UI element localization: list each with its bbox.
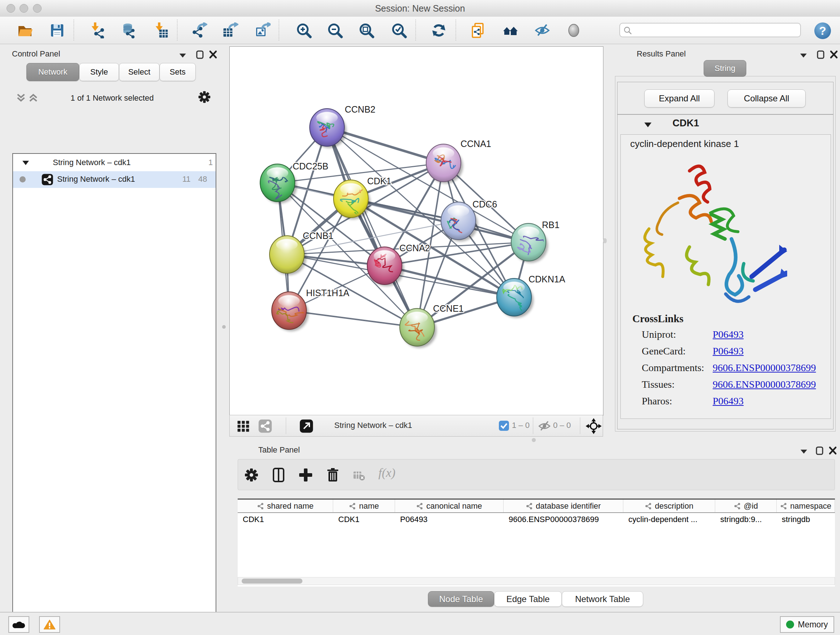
warnings-button[interactable]: [39, 616, 60, 633]
table-cell[interactable]: stringdb:9...: [715, 513, 777, 526]
first-neighbors-button[interactable]: [502, 22, 518, 38]
network-row-selected[interactable]: String Network – cdk1 11 48: [13, 171, 216, 188]
close-panel-icon[interactable]: [829, 50, 839, 59]
table-cell[interactable]: 9606.ENSP00000378699: [504, 513, 623, 526]
gene-collapse-icon[interactable]: [644, 121, 652, 128]
table-row[interactable]: CDK1CDK1P064939606.ENSP00000378699cyclin…: [238, 513, 835, 526]
memory-button[interactable]: Memory: [780, 616, 834, 633]
string-style-icon[interactable]: [258, 419, 272, 433]
column-header[interactable]: description: [623, 500, 715, 512]
network-graph[interactable]: CCNB2CCNA1CDC25BCDK1CDC6RB1CCNB1CCNA2CDK…: [230, 47, 603, 415]
node-layer[interactable]: CCNB2CCNA1CDC25BCDK1CDC6RB1CCNB1CCNA2CDK…: [260, 104, 565, 348]
column-header[interactable]: name: [333, 500, 395, 512]
table-cell[interactable]: cyclin-dependent ...: [623, 513, 715, 526]
crosslink-genecard-link[interactable]: P06493: [713, 345, 744, 356]
clone-network-button[interactable]: [471, 22, 486, 38]
export-image-button[interactable]: [255, 22, 271, 38]
tab-network[interactable]: Network: [27, 63, 79, 81]
crosslink-tissues-link[interactable]: 9606.ENSP00000378699: [713, 379, 816, 390]
zoom-in-button[interactable]: [296, 22, 312, 38]
network-collection-row[interactable]: String Network – cdk1 1: [13, 155, 216, 171]
column-header[interactable]: database identifier: [504, 500, 623, 512]
control-panel: Control Panel Network Style Select Sets …: [4, 45, 214, 612]
collapse-all-icon[interactable]: [16, 93, 26, 103]
table-cell[interactable]: stringdb: [777, 513, 835, 526]
panel-menu-icon[interactable]: [177, 51, 188, 60]
title-bar[interactable]: Session: New Session: [0, 0, 840, 17]
selected-checkbox[interactable]: [499, 421, 509, 431]
import-table-button[interactable]: [153, 22, 169, 38]
import-network-button[interactable]: [90, 22, 106, 38]
edge-CDK1-RB1[interactable]: [351, 199, 529, 242]
node-RB1[interactable]: RB1: [511, 220, 560, 263]
crosslink-compartments-link[interactable]: 9606.ENSP00000378699: [713, 362, 816, 373]
column-header[interactable]: @id: [715, 500, 777, 512]
crosslink-uniprot-link[interactable]: P06493: [713, 329, 744, 340]
tree-expand-icon[interactable]: [22, 160, 30, 166]
node-table-header[interactable]: shared namenamecanonical namedatabase id…: [238, 500, 835, 513]
column-header[interactable]: canonical name: [395, 500, 504, 512]
table-options-gear-icon[interactable]: [243, 467, 259, 483]
expand-all-button[interactable]: Expand All: [644, 89, 714, 108]
float-panel-icon[interactable]: [195, 50, 205, 59]
network-options-gear-icon[interactable]: [197, 90, 212, 104]
open-session-button[interactable]: [17, 22, 33, 38]
tab-select[interactable]: Select: [119, 63, 159, 81]
search-icon: [623, 26, 632, 35]
hide-selected-button[interactable]: [534, 22, 550, 38]
crosslink-pharos-link[interactable]: P06493: [713, 395, 744, 407]
export-table-button[interactable]: [223, 22, 238, 38]
results-tab-string[interactable]: String: [704, 60, 746, 77]
node-CDK1[interactable]: CDK1: [333, 176, 392, 219]
node-CDC6[interactable]: CDC6: [441, 199, 497, 241]
scrollbar-thumb[interactable]: [242, 578, 302, 584]
float-panel-icon[interactable]: [815, 50, 826, 59]
node-HIST1H1A[interactable]: HIST1H1A: [272, 288, 349, 331]
node-CCNA1[interactable]: CCNA1: [426, 139, 491, 184]
zoom-out-button[interactable]: [327, 22, 343, 38]
table-cell[interactable]: CDK1: [333, 513, 395, 526]
open-in-string-icon[interactable]: [299, 419, 314, 433]
close-panel-icon[interactable]: [208, 50, 218, 59]
show-columns-icon[interactable]: [271, 467, 286, 483]
cloud-status-button[interactable]: [8, 616, 29, 633]
left-splitter-handle[interactable]: [222, 325, 226, 329]
tab-style[interactable]: Style: [79, 63, 119, 81]
expand-all-icon[interactable]: [28, 93, 38, 103]
zoom-selected-button[interactable]: [391, 22, 407, 38]
import-network-from-database-button[interactable]: [120, 22, 136, 38]
node-CCNE1[interactable]: CCNE1: [400, 303, 464, 348]
show-all-button[interactable]: [566, 22, 582, 38]
search-input[interactable]: [619, 23, 801, 37]
float-panel-icon[interactable]: [814, 446, 825, 455]
create-column-icon[interactable]: [298, 467, 314, 483]
pan-crosshair-icon[interactable]: [586, 418, 602, 434]
save-session-button[interactable]: [49, 22, 65, 38]
table-cell[interactable]: CDK1: [238, 513, 333, 526]
network-canvas[interactable]: CCNB2CCNA1CDC25BCDK1CDC6RB1CCNB1CCNA2CDK…: [229, 46, 603, 416]
node-CCNB2[interactable]: CCNB2: [309, 104, 376, 148]
column-header[interactable]: shared name: [238, 500, 333, 512]
node-CDKN1A[interactable]: CDKN1A: [497, 274, 565, 318]
collapse-all-button[interactable]: Collapse All: [728, 89, 806, 108]
birdseye-grid-icon[interactable]: [236, 419, 251, 433]
column-header[interactable]: namespace: [777, 500, 835, 512]
right-splitter-handle[interactable]: [603, 238, 607, 243]
tab-sets[interactable]: Sets: [159, 63, 196, 81]
export-network-button[interactable]: [191, 22, 207, 38]
table-horizontal-scrollbar[interactable]: [238, 577, 835, 585]
node-label-CCNB2: CCNB2: [345, 104, 376, 114]
node-CDC25B[interactable]: CDC25B: [260, 161, 328, 203]
refresh-view-button[interactable]: [431, 22, 447, 38]
node-table[interactable]: shared namenamecanonical namedatabase id…: [238, 499, 835, 586]
zoom-fit-button[interactable]: [358, 22, 374, 38]
panel-menu-icon[interactable]: [798, 447, 809, 456]
close-panel-icon[interactable]: [827, 446, 838, 455]
table-cell[interactable]: P06493: [395, 513, 504, 526]
tab-node-table[interactable]: Node Table: [428, 591, 494, 607]
delete-column-trash-icon[interactable]: [325, 467, 341, 483]
help-button[interactable]: ?: [813, 22, 832, 40]
tab-network-table[interactable]: Network Table: [562, 591, 643, 607]
tab-edge-table[interactable]: Edge Table: [494, 591, 562, 607]
panel-menu-icon[interactable]: [798, 51, 809, 60]
